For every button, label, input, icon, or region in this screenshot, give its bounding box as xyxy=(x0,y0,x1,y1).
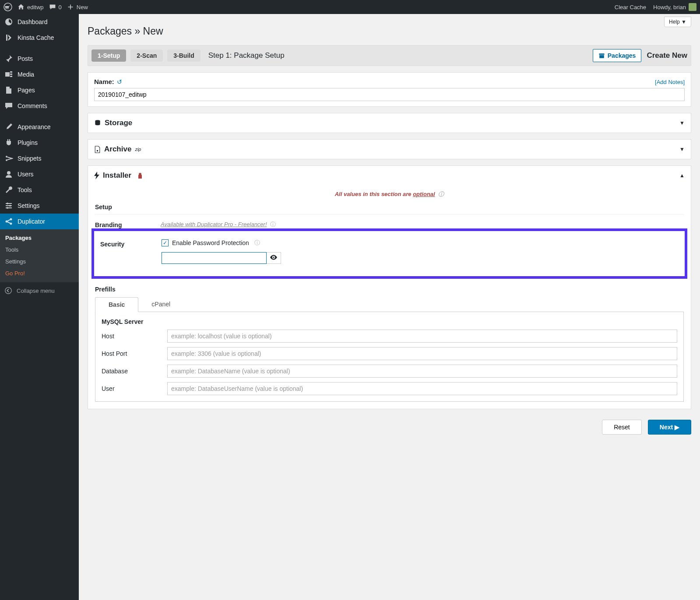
optional-word: optional xyxy=(413,191,435,197)
branding-label: Branding xyxy=(95,221,161,228)
mysql-port-label: Host Port xyxy=(102,350,167,357)
step-1-setup[interactable]: 1-Setup xyxy=(91,49,126,62)
reset-button[interactable]: Reset xyxy=(602,420,642,435)
sidebar-item-kinsta[interactable]: Kinsta Cache xyxy=(0,30,79,46)
admin-sidebar: Dashboard Kinsta Cache Posts Media Pages… xyxy=(0,14,79,600)
storage-title: Storage xyxy=(105,119,132,127)
packages-button[interactable]: Packages xyxy=(593,49,642,62)
setup-label: Setup xyxy=(95,203,161,211)
bolt-icon xyxy=(94,172,99,179)
archive-icon xyxy=(598,53,605,59)
sidebar-item-settings[interactable]: Settings xyxy=(0,198,79,214)
svg-point-1 xyxy=(6,156,7,158)
sidebar-item-comments[interactable]: Comments xyxy=(0,98,79,114)
file-zip-icon xyxy=(94,146,101,153)
sidebar-item-pages[interactable]: Pages xyxy=(0,82,79,98)
enable-password-checkbox[interactable]: ✓ xyxy=(162,239,169,246)
next-button[interactable]: Next ▶ xyxy=(648,420,691,435)
svg-point-4 xyxy=(7,203,8,204)
user-icon xyxy=(4,170,13,179)
submenu-settings[interactable]: Settings xyxy=(0,256,79,267)
sidebar-item-users[interactable]: Users xyxy=(0,166,79,182)
svg-point-3 xyxy=(7,171,11,175)
sidebar-item-tools[interactable]: Tools xyxy=(0,182,79,198)
archive-toggle[interactable]: Archive zip ▼ xyxy=(88,140,691,159)
help-icon[interactable]: ⓘ xyxy=(438,191,444,197)
prefills-tabs: Basic cPanel xyxy=(95,297,684,312)
new-link[interactable]: New xyxy=(67,4,88,11)
submenu-gopro[interactable]: Go Pro! xyxy=(0,267,79,279)
help-button[interactable]: Help ▼ xyxy=(664,17,691,27)
lock-icon xyxy=(137,172,143,179)
admin-bar: editwp 0 New Clear Cache Howdy, brian xyxy=(0,0,700,14)
collapse-menu[interactable]: Collapse menu xyxy=(0,282,79,299)
help-icon[interactable]: ⓘ xyxy=(270,221,276,228)
scissors-icon xyxy=(4,154,13,163)
tab-cpanel[interactable]: cPanel xyxy=(138,297,183,312)
collapse-icon xyxy=(4,287,12,295)
pin-icon xyxy=(4,54,13,63)
steps-bar: 1-Setup 2-Scan 3-Build Step 1: Package S… xyxy=(88,45,691,66)
clear-cache-link[interactable]: Clear Cache xyxy=(615,4,646,11)
step-3-build[interactable]: 3-Build xyxy=(167,49,200,62)
optional-prefix: All values in this section are xyxy=(335,191,413,197)
mysql-user-input[interactable] xyxy=(167,382,677,395)
sidebar-item-duplicator[interactable]: Duplicator xyxy=(0,214,79,229)
step-title: Step 1: Package Setup xyxy=(208,51,285,60)
sidebar-submenu: Packages Tools Settings Go Pro! xyxy=(0,229,79,282)
sidebar-item-dashboard[interactable]: Dashboard xyxy=(0,14,79,30)
mysql-host-input[interactable] xyxy=(167,330,677,343)
svg-point-2 xyxy=(6,159,7,161)
refresh-icon[interactable]: ↺ xyxy=(117,78,122,85)
mysql-db-input[interactable] xyxy=(167,365,677,378)
step-2-scan[interactable]: 2-Scan xyxy=(130,49,163,62)
plug-icon xyxy=(4,138,13,147)
package-name-input[interactable] xyxy=(94,88,685,101)
sidebar-item-snippets[interactable]: Snippets xyxy=(0,151,79,166)
sidebar-label: Media xyxy=(18,71,34,78)
sidebar-item-media[interactable]: Media xyxy=(0,67,79,82)
new-label: New xyxy=(77,4,88,11)
sliders-icon xyxy=(4,201,13,210)
sidebar-item-posts[interactable]: Posts xyxy=(0,51,79,67)
page-icon xyxy=(4,86,13,95)
archive-title: Archive xyxy=(104,145,131,154)
chevron-up-icon: ▲ xyxy=(679,172,685,179)
mysql-user-label: User xyxy=(102,385,167,392)
security-label: Security xyxy=(100,239,162,248)
mysql-box: MySQL Server Host Host Port Database Use… xyxy=(95,312,684,402)
sidebar-label: Posts xyxy=(18,55,33,62)
sidebar-label: Duplicator xyxy=(18,218,45,225)
installer-toggle[interactable]: Installer ▲ xyxy=(88,166,691,185)
comments-link[interactable]: 0 xyxy=(49,4,62,11)
comment-icon xyxy=(49,4,56,11)
submenu-packages[interactable]: Packages xyxy=(0,232,79,244)
eye-icon xyxy=(270,255,277,260)
archive-zip: zip xyxy=(135,147,141,152)
mysql-host-label: Host xyxy=(102,333,167,340)
sidebar-label: Plugins xyxy=(18,139,38,146)
storage-toggle[interactable]: Storage ▼ xyxy=(88,113,691,133)
sidebar-label: Settings xyxy=(18,202,40,209)
add-notes-link[interactable]: [Add Notes] xyxy=(655,79,685,85)
howdy-link[interactable]: Howdy, brian xyxy=(653,3,696,11)
wp-logo[interactable] xyxy=(4,3,12,11)
sidebar-item-appearance[interactable]: Appearance xyxy=(0,119,79,135)
branding-link[interactable]: Available with Duplicator Pro - Freelanc… xyxy=(161,221,267,228)
show-password-button[interactable] xyxy=(267,252,281,264)
help-icon[interactable]: ⓘ xyxy=(254,239,260,247)
mysql-port-input[interactable] xyxy=(167,347,677,360)
tab-basic[interactable]: Basic xyxy=(95,297,138,312)
sidebar-label: Tools xyxy=(18,186,32,193)
wrench-icon xyxy=(4,186,13,194)
name-panel: Name: ↺ [Add Notes] xyxy=(88,72,691,107)
storage-panel: Storage ▼ xyxy=(88,113,691,133)
enable-pw-label: Enable Password Protection xyxy=(172,239,249,246)
sidebar-item-plugins[interactable]: Plugins xyxy=(0,135,79,151)
installer-password-input[interactable] xyxy=(162,252,267,264)
sidebar-label: Snippets xyxy=(18,155,41,162)
page-title: Packages » New xyxy=(88,18,691,45)
site-link[interactable]: editwp xyxy=(18,4,44,11)
installer-title: Installer xyxy=(103,171,131,180)
submenu-tools[interactable]: Tools xyxy=(0,244,79,256)
